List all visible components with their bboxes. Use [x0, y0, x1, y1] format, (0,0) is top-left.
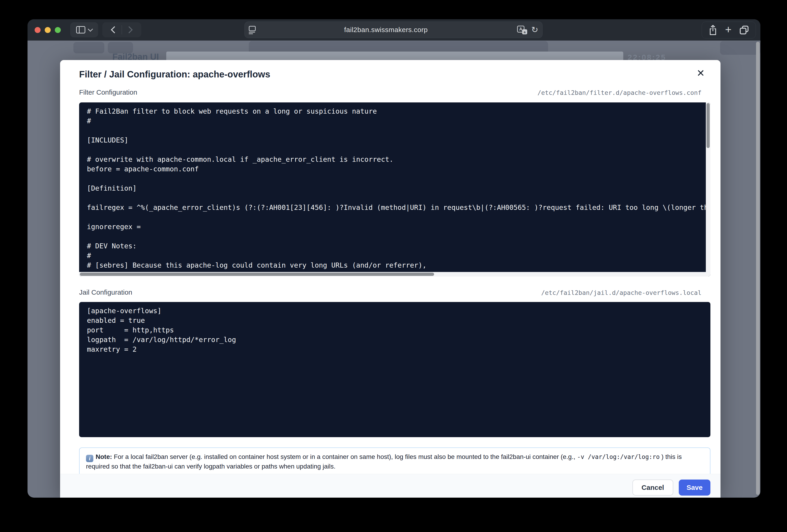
jail-config-label: Jail Configuration: [79, 288, 132, 296]
browser-toolbar: fail2ban.swissmakers.corp A a ↻ +: [27, 19, 760, 41]
note-text-1: For a local fail2ban server (e.g. instal…: [112, 453, 577, 460]
jail-config-code[interactable]: [apache-overflows] enabled = true port =…: [79, 302, 710, 358]
dim-card: [108, 42, 133, 53]
cancel-button[interactable]: Cancel: [633, 480, 673, 495]
page-scrollbar-thumb[interactable]: [756, 42, 760, 495]
dimmed-page-background: Fail2ban UI 22:08:25 Filter / Jail Confi…: [27, 41, 760, 497]
horizontal-scrollbar-thumb[interactable]: [80, 273, 434, 276]
new-tab-icon[interactable]: +: [725, 24, 731, 35]
vertical-scrollbar[interactable]: [706, 103, 710, 272]
forward-button[interactable]: [125, 26, 132, 33]
dim-card: [73, 42, 104, 53]
browser-window: fail2ban.swissmakers.corp A a ↻ +: [27, 19, 760, 497]
minimize-window-button[interactable]: [45, 27, 51, 33]
filter-config-label: Filter Configuration: [79, 88, 137, 96]
screen: fail2ban.swissmakers.corp A a ↻ +: [0, 0, 787, 532]
toolbar-right-cluster: +: [702, 22, 756, 39]
vertical-scrollbar-thumb[interactable]: [706, 103, 710, 148]
modal-title: Filter / Jail Configuration: apache-over…: [79, 69, 270, 80]
filter-config-editor[interactable]: # Fail2Ban filter to block web requests …: [79, 103, 710, 276]
scrollbar-corner: [706, 272, 710, 276]
page-format-icon[interactable]: [249, 26, 255, 34]
jail-config-editor[interactable]: [apache-overflows] enabled = true port =…: [79, 302, 710, 437]
note-box: iNote: For a local fail2ban server (e.g.…: [79, 447, 710, 476]
filter-config-code[interactable]: # Fail2Ban filter to block web requests …: [79, 103, 710, 276]
close-window-button[interactable]: [35, 27, 41, 33]
address-bar[interactable]: fail2ban.swissmakers.corp A a ↻: [244, 22, 543, 38]
divider: [122, 25, 122, 35]
tab-overview-icon[interactable]: [739, 24, 750, 36]
save-button[interactable]: Save: [679, 480, 710, 495]
note-label: Note:: [95, 453, 112, 460]
filter-jail-config-modal: Filter / Jail Configuration: apache-over…: [60, 60, 721, 497]
url-text[interactable]: fail2ban.swissmakers.corp: [255, 26, 517, 34]
sidebar-toggle-button[interactable]: [70, 22, 98, 37]
zoom-window-button[interactable]: [55, 27, 61, 33]
filter-config-path: /etc/fail2ban/filter.d/apache-overflows.…: [537, 89, 701, 96]
traffic-lights: [35, 19, 61, 41]
sidebar-icon: [76, 26, 85, 34]
reload-icon[interactable]: ↻: [531, 26, 538, 34]
share-icon[interactable]: [708, 24, 718, 36]
info-icon: i: [86, 455, 93, 462]
note-code: -v /var/log:/var/log:ro: [577, 453, 660, 460]
history-nav: [102, 22, 141, 37]
translate-icon[interactable]: A a: [517, 25, 527, 35]
modal-footer: Cancel Save: [60, 474, 721, 497]
jail-config-path: /etc/fail2ban/jail.d/apache-overflows.lo…: [541, 289, 701, 296]
horizontal-scrollbar[interactable]: [79, 272, 706, 276]
dim-card: [720, 41, 760, 55]
close-icon[interactable]: ×: [697, 66, 704, 80]
chevron-down-icon: [88, 27, 93, 32]
back-button[interactable]: [111, 26, 118, 33]
